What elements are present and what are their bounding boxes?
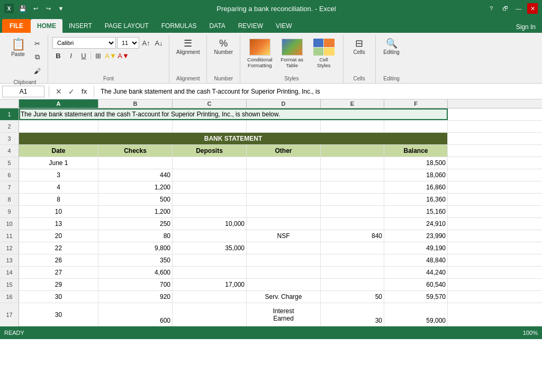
cell-a17[interactable]: 30: [19, 303, 98, 326]
cell-e5[interactable]: [321, 157, 384, 169]
cell-b17[interactable]: 600: [98, 303, 173, 326]
cell-c10[interactable]: 10,000: [173, 218, 247, 230]
paste-button[interactable]: 📋 Paste: [6, 37, 30, 59]
cell-e13[interactable]: [321, 254, 384, 266]
cell-b9[interactable]: 1,200: [98, 206, 173, 217]
cell-a14[interactable]: 27: [19, 267, 98, 278]
col-header-b[interactable]: B: [98, 99, 173, 108]
col-header-f[interactable]: F: [384, 99, 448, 108]
cell-f17[interactable]: 59,000: [384, 303, 448, 326]
font-color-button[interactable]: A▼: [118, 50, 129, 61]
cell-d9[interactable]: [247, 206, 321, 217]
cell-d4[interactable]: Other: [247, 145, 321, 157]
confirm-formula-icon[interactable]: ✓: [66, 86, 77, 97]
cell-e14[interactable]: [321, 267, 384, 278]
cell-d2[interactable]: [247, 121, 321, 132]
fill-color-button[interactable]: A▼: [105, 50, 116, 61]
cell-f13[interactable]: 48,840: [384, 254, 448, 266]
cell-f11[interactable]: 23,990: [384, 230, 448, 242]
cell-a7[interactable]: 4: [19, 181, 98, 193]
help-button[interactable]: ?: [486, 3, 496, 14]
cell-b10[interactable]: 250: [98, 218, 173, 230]
font-size-select[interactable]: 11: [117, 37, 139, 49]
cell-f15[interactable]: 60,540: [384, 279, 448, 290]
cell-e12[interactable]: [321, 242, 384, 254]
cell-c7[interactable]: [173, 181, 247, 193]
cell-f5[interactable]: 18,500: [384, 157, 448, 169]
cell-b13[interactable]: 350: [98, 254, 173, 266]
format-painter-button[interactable]: 🖌: [31, 65, 43, 77]
cell-e10[interactable]: [321, 218, 384, 230]
cell-f16[interactable]: 59,570: [384, 291, 448, 303]
cell-b11[interactable]: 80: [98, 230, 173, 242]
cell-a15[interactable]: 29: [19, 279, 98, 290]
cell-e2[interactable]: [321, 121, 384, 132]
alignment-button[interactable]: ☰ Alignment: [174, 37, 202, 57]
tab-view[interactable]: VIEW: [269, 19, 299, 33]
tab-file[interactable]: FILE: [2, 19, 31, 33]
tab-formulas[interactable]: FORMULAS: [155, 19, 203, 33]
cell-d14[interactable]: [247, 267, 321, 278]
cell-b7[interactable]: 1,200: [98, 181, 173, 193]
cell-b16[interactable]: 920: [98, 291, 173, 303]
increase-font-button[interactable]: A↑: [140, 37, 152, 49]
cell-f6[interactable]: 18,060: [384, 169, 448, 181]
formula-input[interactable]: [98, 86, 540, 97]
cell-f7[interactable]: 16,860: [384, 181, 448, 193]
cell-b2[interactable]: [98, 121, 173, 132]
cell-a16[interactable]: 30: [19, 291, 98, 303]
cell-a2[interactable]: [19, 121, 98, 132]
insert-function-icon[interactable]: fx: [79, 86, 89, 97]
qat-more-button[interactable]: ▼: [55, 3, 67, 14]
cell-d11[interactable]: NSF: [247, 230, 321, 242]
cell-c15[interactable]: 17,000: [173, 279, 247, 290]
cell-a10[interactable]: 13: [19, 218, 98, 230]
cell-c11[interactable]: [173, 230, 247, 242]
redo-qat-button[interactable]: ↪: [42, 3, 54, 14]
cell-a12[interactable]: 22: [19, 242, 98, 254]
cell-b4[interactable]: Checks: [98, 145, 173, 157]
number-button[interactable]: % Number: [211, 37, 236, 57]
cell-d13[interactable]: [247, 254, 321, 266]
undo-qat-button[interactable]: ↩: [30, 3, 41, 14]
tab-review[interactable]: REVIEW: [232, 19, 269, 33]
cell-c17[interactable]: [173, 303, 247, 326]
restore-button[interactable]: 🗗: [500, 3, 510, 14]
cell-d10[interactable]: [247, 218, 321, 230]
cells-button[interactable]: ⊟ Cells: [348, 37, 371, 57]
cell-b12[interactable]: 9,800: [98, 242, 173, 254]
cell-e6[interactable]: [321, 169, 384, 181]
cell-a6[interactable]: 3: [19, 169, 98, 181]
cell-c5[interactable]: [173, 157, 247, 169]
decrease-font-button[interactable]: A↓: [153, 37, 165, 49]
save-qat-button[interactable]: 💾: [17, 3, 29, 14]
cell-a9[interactable]: 10: [19, 206, 98, 217]
cell-a4[interactable]: Date: [19, 145, 98, 157]
cell-e8[interactable]: [321, 194, 384, 205]
col-header-e[interactable]: E: [321, 99, 384, 108]
cell-d16[interactable]: Serv. Charge: [247, 291, 321, 303]
minimize-button[interactable]: —: [513, 3, 524, 14]
sign-in-button[interactable]: Sign In: [510, 21, 542, 33]
cell-e17[interactable]: 30: [321, 303, 384, 326]
conditional-formatting-button[interactable]: ConditionalFormatting: [245, 37, 275, 70]
col-header-d[interactable]: D: [247, 99, 321, 108]
font-name-select[interactable]: Calibri: [52, 37, 116, 49]
bold-button[interactable]: B: [52, 50, 64, 61]
cell-d7[interactable]: [247, 181, 321, 193]
cell-e15[interactable]: [321, 279, 384, 290]
cell-a13[interactable]: 26: [19, 254, 98, 266]
cell-a3[interactable]: BANK STATEMENT: [19, 133, 448, 144]
tab-insert[interactable]: INSERT: [62, 19, 98, 33]
tab-home[interactable]: HOME: [31, 19, 62, 33]
cell-b6[interactable]: 440: [98, 169, 173, 181]
cell-styles-button[interactable]: CellStyles: [309, 37, 339, 70]
borders-button[interactable]: ⊞: [92, 50, 104, 61]
cell-c6[interactable]: [173, 169, 247, 181]
cell-a5[interactable]: June 1: [19, 157, 98, 169]
cell-d6[interactable]: [247, 169, 321, 181]
cell-a1[interactable]: The June bank statement and the cash T-a…: [19, 108, 448, 120]
cut-button[interactable]: ✂: [31, 37, 43, 50]
cell-f8[interactable]: 16,360: [384, 194, 448, 205]
cell-d5[interactable]: [247, 157, 321, 169]
